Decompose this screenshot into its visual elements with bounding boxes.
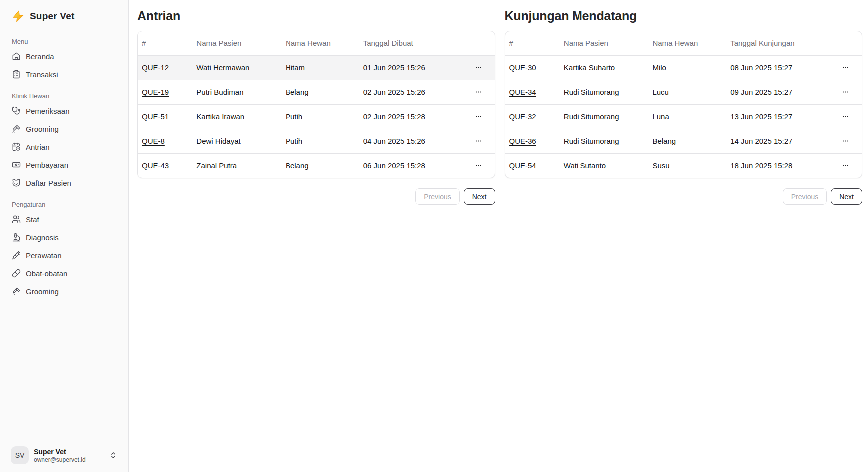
sidebar-item-diagnosis[interactable]: Diagnosis	[8, 229, 120, 245]
column-header-id: #	[138, 31, 192, 55]
sidebar-item-grooming[interactable]: Grooming	[8, 121, 120, 137]
queue-pagination: Previous Next	[137, 188, 495, 205]
sidebar-item-label: Perawatan	[26, 251, 62, 260]
date-cell: 06 Jun 2025 15:28	[359, 153, 462, 178]
column-header-date: Tanggal Dibuat	[359, 31, 462, 55]
main-content: Antrian # Nama Pasien Nama Hewan Tanggal…	[129, 0, 868, 205]
date-cell: 08 Jun 2025 15:27	[726, 55, 829, 80]
column-header-actions	[462, 31, 494, 55]
column-header-patient: Nama Pasien	[560, 31, 649, 55]
sidebar-item-pemeriksaan[interactable]: Pemeriksaan	[8, 103, 120, 119]
animal-name-cell: Luna	[648, 104, 726, 129]
row-actions-button[interactable]	[471, 86, 486, 98]
table-row: QUE-34 Rudi Situmorang Lucu 09 Jun 2025 …	[505, 80, 862, 104]
sidebar-item-beranda[interactable]: Beranda	[8, 48, 120, 64]
column-header-patient: Nama Pasien	[192, 31, 282, 55]
table-row: QUE-32 Rudi Situmorang Luna 13 Jun 2025 …	[505, 104, 862, 129]
sidebar-item-grooming-settings[interactable]: Grooming	[8, 283, 120, 299]
sidebar-item-pembayaran[interactable]: Pembayaran	[8, 157, 120, 173]
sidebar-item-label: Grooming	[26, 287, 59, 296]
animal-name-cell: Susu	[648, 153, 726, 178]
table-row: QUE-43 Zainal Putra Belang 06 Jun 2025 1…	[138, 153, 495, 178]
animal-name-cell: Belang	[282, 153, 359, 178]
queue-id-link[interactable]: QUE-8	[142, 137, 165, 145]
chevrons-up-down-icon	[109, 451, 117, 459]
queue-table: # Nama Pasien Nama Hewan Tanggal Dibuat …	[138, 31, 495, 178]
table-row: QUE-12 Wati Hermawan Hitam 01 Jun 2025 1…	[138, 55, 495, 80]
animal-name-cell: Belang	[282, 80, 359, 104]
patient-name-cell: Zainal Putra	[192, 153, 282, 178]
date-cell: 04 Jun 2025 15:26	[359, 129, 462, 153]
previous-button[interactable]: Previous	[783, 188, 827, 205]
visit-id-link[interactable]: QUE-54	[509, 161, 536, 170]
next-button[interactable]: Next	[464, 188, 495, 205]
sidebar-section-label-pengaturan: Pengaturan	[8, 198, 120, 211]
upcoming-pagination: Previous Next	[505, 188, 863, 205]
sidebar-item-label: Grooming	[26, 125, 59, 133]
patient-name-cell: Rudi Situmorang	[560, 104, 649, 129]
row-actions-button[interactable]	[471, 61, 486, 74]
patient-name-cell: Kartika Irawan	[192, 104, 282, 129]
queue-id-link[interactable]: QUE-12	[142, 63, 169, 72]
row-actions-button[interactable]	[838, 159, 853, 172]
previous-button[interactable]: Previous	[415, 188, 459, 205]
sidebar-item-label: Transaksi	[26, 70, 58, 79]
queue-id-link[interactable]: QUE-43	[142, 161, 169, 170]
house-icon	[12, 52, 21, 61]
user-menu[interactable]: SV Super Vet owner@supervet.id	[8, 444, 120, 466]
banknote-icon	[12, 160, 21, 169]
stethoscope-icon	[12, 106, 21, 115]
sidebar-item-perawatan[interactable]: Perawatan	[8, 247, 120, 263]
row-actions-button[interactable]	[838, 61, 853, 74]
visit-id-link[interactable]: QUE-36	[509, 137, 536, 145]
date-cell: 02 Jun 2025 15:26	[359, 80, 462, 104]
sidebar-item-label: Daftar Pasien	[26, 179, 71, 187]
ellipsis-icon	[842, 88, 849, 96]
sidebar-item-daftar-pasien[interactable]: Daftar Pasien	[8, 175, 120, 191]
queue-id-link[interactable]: QUE-51	[142, 112, 169, 121]
animal-name-cell: Belang	[648, 129, 726, 153]
row-actions-button[interactable]	[471, 159, 486, 172]
row-actions-button[interactable]	[471, 135, 486, 147]
patient-name-cell: Wati Sutanto	[560, 153, 649, 178]
sidebar-item-staf[interactable]: Staf	[8, 211, 120, 227]
sidebar-item-obat-obatan[interactable]: Obat-obatan	[8, 265, 120, 281]
visit-id-link[interactable]: QUE-30	[509, 63, 536, 72]
user-name: Super Vet	[34, 448, 86, 456]
next-button[interactable]: Next	[831, 188, 862, 205]
queue-panel: Antrian # Nama Pasien Nama Hewan Tanggal…	[137, 8, 495, 205]
patient-name-cell: Kartika Suharto	[560, 55, 649, 80]
microscope-icon	[12, 233, 21, 242]
column-header-date: Tanggal Kunjungan	[726, 31, 829, 55]
sidebar-item-antrian[interactable]: Antrian	[8, 139, 120, 155]
razor-icon	[12, 287, 21, 296]
row-actions-button[interactable]	[471, 110, 486, 123]
avatar: SV	[11, 446, 29, 464]
table-row: QUE-54 Wati Sutanto Susu 18 Jun 2025 15:…	[505, 153, 862, 178]
ellipsis-icon	[842, 64, 849, 71]
visit-id-link[interactable]: QUE-32	[509, 112, 536, 121]
queue-table-card: # Nama Pasien Nama Hewan Tanggal Dibuat …	[137, 31, 495, 178]
sidebar-section-label-menu: Menu	[8, 35, 120, 48]
date-cell: 13 Jun 2025 15:27	[726, 104, 829, 129]
queue-id-link[interactable]: QUE-19	[142, 88, 169, 96]
queue-title: Antrian	[137, 8, 495, 23]
sidebar-item-transaksi[interactable]: Transaksi	[8, 66, 120, 82]
animal-name-cell: Putih	[282, 129, 359, 153]
sidebar-item-label: Pemeriksaan	[26, 107, 70, 115]
date-cell: 18 Jun 2025 15:28	[726, 153, 829, 178]
ellipsis-icon	[475, 64, 482, 71]
row-actions-button[interactable]	[838, 86, 853, 98]
app-logo: Super Vet	[8, 7, 120, 26]
row-actions-button[interactable]	[838, 110, 853, 123]
visit-id-link[interactable]: QUE-34	[509, 88, 536, 96]
sidebar-item-label: Obat-obatan	[26, 269, 67, 278]
date-cell: 02 Jun 2025 15:28	[359, 104, 462, 129]
patient-name-cell: Dewi Hidayat	[192, 129, 282, 153]
animal-name-cell: Milo	[648, 55, 726, 80]
row-actions-button[interactable]	[838, 135, 853, 147]
column-header-animal: Nama Hewan	[648, 31, 726, 55]
date-cell: 09 Jun 2025 15:27	[726, 80, 829, 104]
animal-name-cell: Hitam	[282, 55, 359, 80]
sidebar-section-label-klinik-hewan: Klinik Hewan	[8, 89, 120, 103]
